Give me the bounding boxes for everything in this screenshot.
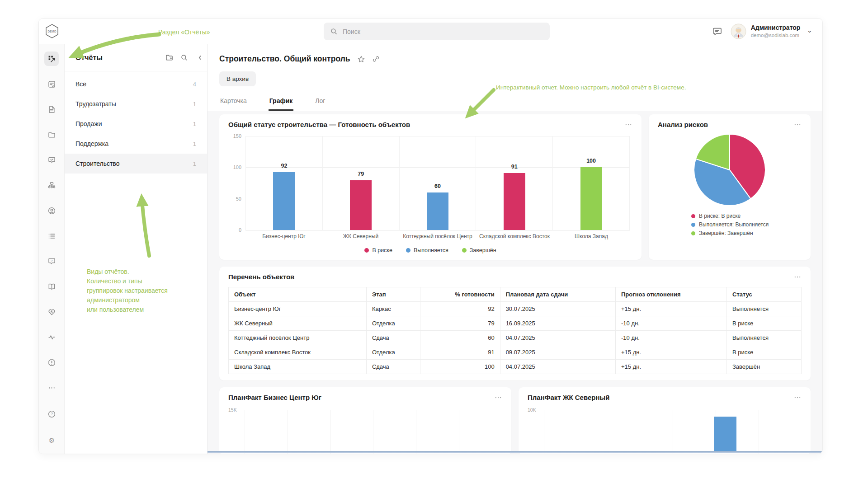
help-circle-icon[interactable]: ?: [44, 407, 59, 421]
copy-link-button[interactable]: [372, 55, 380, 63]
reports-list-item[interactable]: Продажи1: [65, 114, 207, 134]
bar-ЖК Северный[interactable]: 79: [350, 180, 372, 230]
table-cell: 30.07.2025: [500, 302, 615, 316]
table-cell: Складской комплекс Восток: [229, 345, 367, 360]
search-input[interactable]: [342, 28, 543, 36]
org-chart-icon[interactable]: [44, 178, 59, 192]
planfact-1-plot: 15K: [228, 410, 502, 454]
bar-chart-plot: 05010015092796091100: [245, 136, 630, 230]
table-cell: 92: [420, 302, 500, 316]
x-axis-label: Коттеджный посёлок Центр: [399, 233, 476, 239]
report-content: Общий статус строительства — Готовность …: [208, 111, 822, 454]
item-label: Строительство: [75, 160, 193, 167]
bar-value-label: 92: [273, 163, 295, 169]
reports-list-item[interactable]: Строительство1: [65, 154, 207, 174]
app-logo[interactable]: DEMO: [39, 23, 65, 39]
settings-gear-icon[interactable]: ⚙: [44, 433, 59, 447]
chevron-down-icon[interactable]: ⌄: [807, 26, 812, 34]
table-row[interactable]: Коттеджный посёлок ЦентрСдача6004.07.202…: [229, 331, 802, 345]
user-avatar: [731, 23, 746, 39]
alert-octagon-icon[interactable]: [44, 355, 59, 370]
legend-item: Завершён: [462, 247, 496, 253]
reports-list-item[interactable]: Все4: [65, 74, 207, 94]
table-cell: -10 дн.: [616, 316, 727, 331]
user-circle-icon[interactable]: [44, 203, 59, 218]
page: Раздел «Отчёты» Интерактивный отчет. Мож…: [0, 0, 868, 488]
table-row[interactable]: Бизнес-центр ЮгКаркас9230.07.2025+15 дн.…: [229, 302, 802, 316]
pie-graphic: [689, 132, 770, 207]
planfact-2-title: ПланФакт ЖК Северный: [528, 394, 610, 401]
tab-график[interactable]: График: [269, 97, 294, 111]
legend-item: Завершён: Завершён: [691, 230, 802, 236]
main-area: Строительство. Общий контроль: [208, 44, 822, 454]
mini-bar[interactable]: [714, 417, 736, 453]
reports-list-item[interactable]: Поддержка1: [65, 134, 207, 154]
tab-лог[interactable]: Лог: [314, 97, 326, 111]
table-cell: Выполняется: [727, 302, 802, 316]
card-menu-button[interactable]: [793, 121, 802, 129]
archive-button[interactable]: В архив: [219, 71, 256, 86]
document-icon[interactable]: [44, 102, 59, 117]
table-cell: Каркас: [366, 302, 420, 316]
item-count: 1: [193, 141, 196, 147]
card-menu-button[interactable]: [494, 394, 502, 402]
add-folder-button[interactable]: [165, 53, 174, 62]
tab-карточка[interactable]: Карточка: [219, 97, 248, 111]
pie-chart-card: Анализ рисков В риске: В рискеВыполняетс…: [649, 114, 811, 260]
user-name: Администратор: [751, 24, 801, 32]
card-menu-button[interactable]: [793, 394, 802, 402]
activity-icon[interactable]: [44, 330, 59, 344]
svg-text:DEMO: DEMO: [48, 30, 57, 33]
bar-Школа Запад[interactable]: 100: [580, 167, 602, 230]
global-search[interactable]: [324, 23, 550, 40]
report-builder-icon[interactable]: [44, 52, 59, 66]
bar-Бизнес-центр Юг[interactable]: 92: [273, 172, 295, 230]
more-icon: [793, 273, 802, 281]
pie-chart-legend: В риске: В рискеВыполняется: Выполняется…: [691, 213, 802, 236]
table-header-cell: Этап: [366, 287, 420, 302]
legend-dot: [691, 214, 695, 218]
ellipsis-icon[interactable]: [44, 380, 59, 395]
table-cell: ЖК Северный: [229, 316, 367, 331]
table-row[interactable]: ЖК СеверныйОтделка7916.09.2025-10 дн.В р…: [229, 316, 802, 331]
user-menu[interactable]: Администратор demo@sodislab.com ⌄: [731, 23, 812, 39]
table-header-cell: Плановая дата сдачи: [500, 287, 615, 302]
x-axis-label: Складской комплекс Восток: [476, 233, 553, 239]
bar-value-label: 79: [350, 171, 372, 177]
table-cell: 04.07.2025: [500, 360, 615, 374]
table-cell: 60: [420, 331, 500, 345]
table-cell: В риске: [727, 345, 802, 360]
reports-list-item[interactable]: Трудозатраты1: [65, 94, 207, 114]
item-count: 1: [193, 101, 196, 108]
table-cell: 91: [420, 345, 500, 360]
favorite-button[interactable]: [357, 55, 365, 63]
planfact-2-plot: 10K: [528, 410, 802, 454]
table-cell: Выполняется: [727, 331, 802, 345]
item-count: 1: [193, 121, 196, 127]
table-cell: 09.07.2025: [500, 345, 615, 360]
reports-panel-header: Отчёты: [65, 44, 207, 71]
bar-Складской комплекс Восток[interactable]: 91: [504, 173, 525, 230]
clipboard-check-icon[interactable]: [44, 77, 59, 91]
objects-table-card: Перечень объектов ОбъектЭтап% готовности…: [219, 267, 811, 380]
folder-icon[interactable]: [44, 127, 59, 142]
card-menu-button[interactable]: [624, 121, 632, 129]
user-email: demo@sodislab.com: [751, 32, 801, 38]
card-menu-button[interactable]: [793, 273, 802, 281]
table-header-cell: Статус: [727, 287, 802, 302]
bar-Коттеджный посёлок Центр[interactable]: 60: [427, 192, 448, 230]
messages-button[interactable]: [712, 26, 722, 37]
book-open-icon[interactable]: [44, 279, 59, 294]
health-heart-icon[interactable]: [44, 305, 59, 319]
help-bubble-icon[interactable]: ?: [44, 254, 59, 268]
table-row[interactable]: Школа ЗападСдача10004.07.2025+15 дн.Заве…: [229, 360, 802, 374]
app-header: DEMO: [39, 19, 822, 44]
message-check-icon[interactable]: [44, 153, 59, 167]
collapse-panel-button[interactable]: [197, 54, 203, 61]
y-axis-tick: 150: [233, 133, 241, 139]
table-row[interactable]: Складской комплекс ВостокОтделка9109.07.…: [229, 345, 802, 360]
list-icon[interactable]: [44, 229, 59, 243]
more-icon: [624, 121, 632, 129]
more-icon: [793, 121, 802, 129]
panel-search-button[interactable]: [180, 54, 188, 61]
